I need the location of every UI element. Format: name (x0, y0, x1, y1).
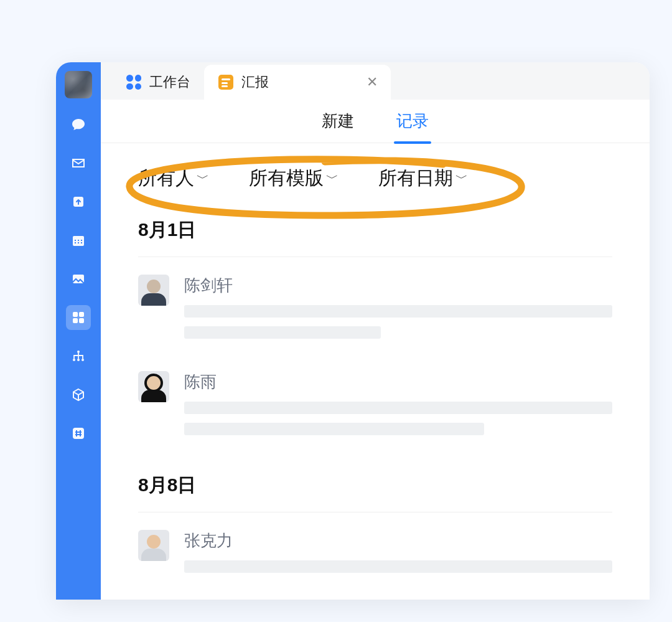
filter-people[interactable]: 所有人 ﹀ (138, 166, 209, 191)
nav-box[interactable] (66, 382, 91, 407)
nav-org[interactable] (66, 344, 91, 369)
nav-hash[interactable] (66, 421, 91, 446)
nav-calendar[interactable] (66, 228, 91, 253)
svg-rect-6 (73, 318, 78, 323)
author-name: 张克力 (184, 530, 612, 552)
upload-icon (71, 194, 86, 209)
svg-point-10 (77, 359, 80, 361)
svg-rect-5 (79, 312, 84, 317)
chevron-down-icon: ﹀ (197, 170, 209, 187)
app-window: 工作台 汇报 ✕ 新建 记录 (56, 62, 650, 600)
tab-report[interactable]: 汇报 ✕ (204, 65, 391, 100)
filters: 所有人 ﹀ 所有模版 ﹀ 所有日期 ﹀ (138, 166, 650, 191)
report-item-body: 陈雨 (184, 371, 612, 444)
report-item-body: 张克力 (184, 530, 612, 582)
sub-tabs: 新建 记录 (101, 100, 650, 143)
date-heading: 8月1日 (138, 206, 612, 257)
tab-bar: 工作台 汇报 ✕ (101, 62, 650, 100)
svg-rect-4 (73, 312, 78, 317)
report-item[interactable]: 陈剑轩 (138, 268, 612, 365)
apps-icon (71, 310, 86, 325)
author-name: 陈剑轩 (184, 275, 612, 296)
svg-rect-12 (73, 428, 84, 439)
filter-templates-label: 所有模版 (249, 166, 324, 191)
tab-workspace[interactable]: 工作台 (112, 65, 204, 100)
placeholder-line (184, 305, 612, 318)
avatar (138, 530, 169, 561)
org-icon (71, 349, 86, 364)
placeholder-line (184, 560, 612, 573)
content: 所有人 ﹀ 所有模版 ﹀ 所有日期 ﹀ 8月1日 (101, 143, 650, 600)
avatar (138, 275, 169, 306)
tab-report-label: 汇报 (241, 73, 269, 92)
nav-chat[interactable] (66, 112, 91, 137)
report-item[interactable]: 陈雨 (138, 365, 612, 461)
report-item-body: 陈剑轩 (184, 275, 612, 347)
filter-templates[interactable]: 所有模版 ﹀ (249, 166, 338, 191)
placeholder-line (184, 402, 612, 414)
chevron-down-icon: ﹀ (326, 170, 338, 187)
divider (138, 257, 612, 257)
chevron-down-icon: ﹀ (455, 170, 468, 187)
date-heading: 8月8日 (138, 461, 612, 512)
svg-point-9 (73, 359, 75, 361)
left-nav (56, 62, 101, 600)
tab-workspace-label: 工作台 (149, 73, 190, 92)
filter-dates[interactable]: 所有日期 ﹀ (378, 166, 468, 191)
main-area: 工作台 汇报 ✕ 新建 记录 (101, 62, 650, 600)
image-icon (71, 271, 86, 286)
author-name: 陈雨 (184, 371, 612, 393)
nav-apps[interactable] (66, 305, 91, 330)
filter-dates-label: 所有日期 (378, 166, 453, 191)
nav-mail[interactable] (66, 151, 91, 176)
svg-rect-7 (79, 318, 84, 323)
subtab-new[interactable]: 新建 (319, 99, 357, 143)
date-section: 8月8日 张克力 (101, 461, 650, 599)
svg-point-11 (82, 359, 84, 361)
report-item[interactable]: 张克力 (138, 524, 612, 599)
filters-region: 所有人 ﹀ 所有模版 ﹀ 所有日期 ﹀ (101, 143, 650, 206)
placeholder-line (184, 423, 484, 435)
calendar-icon (71, 233, 86, 248)
chat-icon (71, 117, 86, 132)
current-user-avatar[interactable] (65, 71, 92, 98)
report-icon (218, 74, 234, 90)
close-icon[interactable]: ✕ (365, 75, 380, 90)
workspace-icon (126, 74, 142, 90)
hash-icon (71, 426, 86, 441)
page-root: 工作台 汇报 ✕ 新建 记录 (0, 0, 672, 622)
divider (138, 512, 612, 512)
subtab-records[interactable]: 记录 (394, 99, 431, 143)
placeholder-line (184, 326, 381, 339)
filter-people-label: 所有人 (138, 166, 194, 191)
nav-upload[interactable] (66, 189, 91, 214)
nav-image[interactable] (66, 266, 91, 291)
svg-point-8 (77, 351, 80, 353)
avatar (138, 371, 169, 402)
box-icon (71, 387, 86, 402)
date-section: 8月1日 陈剑轩 陈雨 (101, 206, 650, 461)
mail-icon (71, 156, 86, 171)
